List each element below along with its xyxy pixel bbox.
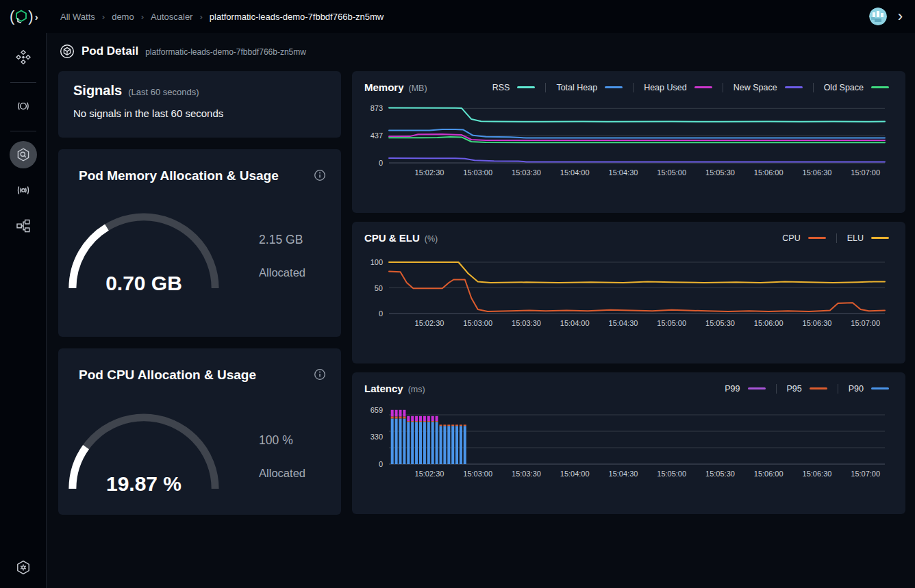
y-tick-label: 873 [371,104,383,112]
logo-hexagon-icon [15,10,27,23]
latency-bar-p99 [411,416,414,421]
y-tick-label: 100 [371,258,383,266]
x-tick-label: 15:07:00 [851,168,880,177]
legend-swatch-icon [748,387,766,389]
broadcast-icon [15,182,32,199]
x-tick-label: 15:03:00 [463,168,492,177]
x-tick-label: 15:06:00 [754,168,784,177]
x-tick-label: 15:04:30 [609,168,638,177]
legend-label: CPU [782,233,800,243]
settings-gear-icon [15,559,32,576]
pod-name: platformatic-leads-demo-7fbbdf766b-zn5mw [145,47,306,57]
avatar[interactable] [869,8,887,25]
latency-bar-p99 [399,410,402,417]
y-tick-label: 659 [371,406,383,414]
latency-bar-p95 [395,416,398,418]
x-tick-label: 15:07:00 [851,319,880,327]
latency-bar-p90 [395,418,398,464]
latency-bar-p99 [407,416,410,421]
platformatic-logo-icon[interactable]: ( ) › [10,8,52,25]
latency-bar-p90 [407,422,410,464]
sidebar-item-watch[interactable] [10,92,37,120]
x-tick-label: 15:04:00 [560,319,590,327]
memory-allocated: 2.15 GB Allocated [259,207,305,295]
latency-bar-p90 [436,422,438,464]
latency-bar-p95 [447,424,450,426]
latency-bar-p95 [415,421,418,422]
latency-bar-p99 [419,416,422,421]
x-tick-label: 15:06:30 [803,168,832,177]
latency-bar-p90 [447,426,450,464]
latency-bar-p90 [391,418,394,464]
sidebar-divider [10,82,36,83]
series-cpu [389,272,885,312]
latency-bar-p95 [455,424,458,426]
cpu-allocated-label: Allocated [259,467,305,480]
latency-bar-p90 [419,422,422,464]
legend-swatch-icon [871,86,889,88]
breadcrumb-item[interactable]: Autoscaler [151,12,192,22]
x-tick-label: 15:03:30 [512,168,541,177]
avatar-image [869,8,887,25]
legend-item-p99: P99 [714,384,775,394]
pod-memory-title: Pod Memory Allocation & Usage [79,167,279,185]
y-tick-label: 50 [375,284,383,292]
latency-bar-p90 [443,426,446,464]
x-tick-label: 15:05:00 [657,168,686,177]
right-column: Memory (MB) RSSTotal HeapHeap UsedNew Sp… [352,71,905,515]
breadcrumb-item[interactable]: All Watts [60,12,95,22]
panel-expand-chevron-icon[interactable]: › [898,9,903,24]
latency-bar-p90 [464,426,466,464]
info-icon[interactable] [314,368,326,383]
legend-swatch-icon [808,237,826,239]
latency-bar-p90 [403,418,405,464]
latency-bar-p95 [403,416,405,418]
cpu-allocated-value: 100 % [259,433,305,448]
memory-chart-panel: Memory (MB) RSSTotal HeapHeap UsedNew Sp… [352,71,905,213]
x-tick-label: 15:03:30 [512,470,541,478]
signals-subtitle: (Last 60 seconds) [128,87,199,97]
pod-box-icon [60,44,75,59]
memory-chart: 873437015:02:3015:03:0015:03:3015:04:001… [359,99,893,179]
x-tick-label: 15:02:30 [415,168,444,177]
series-rss [389,108,885,122]
memory-gauge-value: 0.70 GB [62,272,225,295]
x-tick-label: 15:03:00 [463,470,492,478]
legend-swatch-icon [810,387,827,389]
cpu-elu-chart-legend: CPUELU [772,233,892,243]
taxonomy-flow-icon [15,218,32,234]
sidebar-item-settings[interactable] [10,554,37,581]
breadcrumb: All Watts›demo›Autoscaler›platformatic-l… [60,12,384,22]
sidebar-item-autoscaler-active[interactable] [10,141,37,168]
y-tick-label: 437 [371,131,383,140]
x-tick-label: 15:06:00 [754,319,784,327]
latency-bar-p95 [411,421,414,422]
legend-item-elu: ELU [836,233,892,243]
breadcrumb-item[interactable]: demo [112,12,134,22]
latency-bar-p90 [431,422,434,464]
cpu-gauge-value: 19.87 % [62,472,225,496]
signals-panel: Signals (Last 60 seconds) No signals in … [58,71,341,138]
cpu-gauge: 19.87 % [62,407,225,496]
latency-bar-p90 [411,422,414,464]
x-tick-label: 15:02:30 [415,319,444,327]
latency-bar-p95 [451,424,454,426]
info-icon[interactable] [314,169,326,184]
latency-bar-p90 [423,422,426,464]
cpu-elu-chart-unit: (%) [425,234,438,244]
x-tick-label: 15:07:00 [851,470,880,478]
memory-allocated-label: Allocated [259,266,305,279]
y-tick-label: 0 [379,460,383,468]
sidebar-item-broadcast[interactable] [10,177,37,204]
breadcrumb-separator-icon: › [102,12,105,22]
cpu-elu-chart-title: CPU & ELU [364,232,420,244]
y-tick-label: 0 [379,159,383,167]
sidebar-item-cluster[interactable] [10,44,37,71]
legend-label: Heap Used [644,83,687,92]
latency-chart-panel: Latency (ms) P99P95P90 659330015:02:3015… [352,372,905,514]
sidebar-item-taxonomy[interactable] [10,212,37,240]
x-tick-label: 15:06:00 [754,470,784,478]
x-tick-label: 15:03:00 [463,319,492,327]
y-tick-label: 330 [371,433,383,441]
x-tick-label: 15:05:30 [705,319,735,327]
